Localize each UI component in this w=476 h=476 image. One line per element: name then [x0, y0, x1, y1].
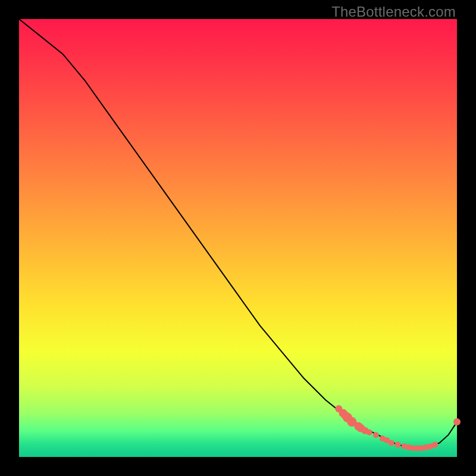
dots-group — [335, 405, 461, 451]
watermark-text: TheBottleneck.com — [331, 4, 456, 20]
data-point — [367, 430, 372, 436]
plot-area — [19, 19, 457, 457]
chart-svg — [19, 19, 457, 457]
data-point — [432, 441, 438, 447]
data-point — [453, 418, 461, 425]
data-point — [389, 440, 394, 446]
data-point — [373, 432, 379, 438]
curve-path — [19, 19, 457, 448]
chart-frame: TheBottleneck.com — [0, 0, 476, 476]
data-point — [395, 441, 401, 447]
